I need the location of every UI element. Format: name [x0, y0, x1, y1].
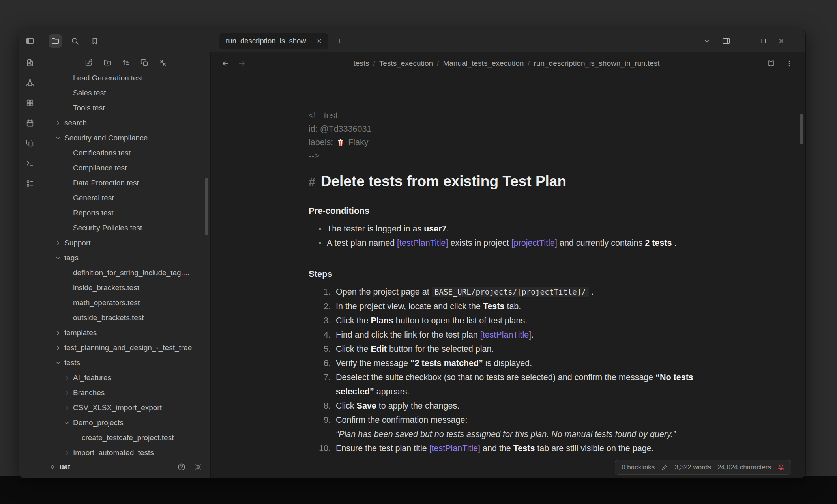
- file-explorer: Lead Generation.test Sales.test Tools.te…: [41, 52, 211, 478]
- list-item-number: 10.: [309, 441, 331, 455]
- help-button[interactable]: [177, 463, 186, 471]
- text-segment: tab are still visible on the page.: [535, 444, 653, 453]
- edit-mode-pencil-icon[interactable]: [661, 464, 668, 471]
- sidebar-scrollbar-thumb[interactable]: [205, 178, 208, 235]
- tree-item[interactable]: CSV_XLSX_import_export: [41, 400, 210, 415]
- breadcrumb-segment[interactable]: Manual_tests_execution: [443, 59, 524, 68]
- list-item-number: 9.: [309, 413, 331, 441]
- note-content: <!-- test id: @Td3336031 labels: Flaky -…: [309, 109, 703, 455]
- list-item-text: Deselect the suite checkbox (so that no …: [336, 370, 703, 399]
- files-view-button[interactable]: [49, 34, 62, 48]
- tree-item[interactable]: Security Policies.test: [41, 220, 210, 235]
- collapse-all-button[interactable]: [157, 57, 169, 69]
- sort-order-button[interactable]: [120, 57, 132, 69]
- toggle-right-sidebar-button[interactable]: [722, 37, 730, 45]
- search-view-button[interactable]: [68, 34, 82, 48]
- overlap-squares-button[interactable]: [139, 57, 150, 69]
- tree-item[interactable]: Lead Generation.test: [41, 73, 210, 86]
- new-note-button[interactable]: [83, 57, 95, 69]
- templates-icon[interactable]: [24, 137, 36, 149]
- tab-close-icon[interactable]: [314, 36, 324, 46]
- new-tab-button[interactable]: [334, 35, 346, 47]
- list-item: 5. Click the Edit button for the selecte…: [309, 342, 703, 356]
- tree-item[interactable]: Sales.test: [41, 86, 210, 101]
- calendar-icon[interactable]: [24, 117, 36, 129]
- internal-link[interactable]: [testPlanTitle]: [480, 330, 531, 340]
- breadcrumb-segment[interactable]: tests: [353, 59, 369, 68]
- character-count: 24,024 characters: [717, 463, 771, 471]
- comment-close: -->: [309, 149, 703, 162]
- internal-link[interactable]: [testPlanTitle]: [397, 238, 448, 248]
- list-item-text: Confirm the confirmation message:“Plan h…: [336, 413, 703, 441]
- tree-item[interactable]: outside_brackets.test: [41, 310, 210, 325]
- text-segment: .: [447, 224, 449, 233]
- tree-item-label: templates: [64, 329, 102, 337]
- tree-item-label: General.test: [73, 194, 120, 202]
- tree-item[interactable]: tags: [41, 250, 210, 265]
- tree-item[interactable]: test_planning_and_design_-_test_tree: [41, 340, 210, 355]
- tab-active[interactable]: run_description_is_show...: [219, 33, 328, 49]
- bell-off-icon[interactable]: [777, 464, 785, 471]
- bookmarks-view-button[interactable]: [88, 34, 101, 48]
- tree-item[interactable]: math_operators.test: [41, 295, 210, 310]
- backlinks-count[interactable]: 0 backlinks: [622, 463, 655, 471]
- tree-item[interactable]: Import_automated_tests: [41, 445, 210, 456]
- chevron-right-icon: [64, 420, 73, 426]
- close-button[interactable]: [778, 37, 785, 45]
- open-with-search-icon[interactable]: [24, 57, 36, 69]
- vault-switcher[interactable]: uat: [41, 456, 210, 478]
- new-folder-button[interactable]: [101, 57, 113, 69]
- list-item-number: 7.: [309, 370, 331, 399]
- chevron-right-icon: [55, 240, 64, 246]
- graph-view-icon[interactable]: [24, 77, 36, 89]
- tree-item[interactable]: definition_for_string_include_tag....: [41, 265, 210, 280]
- editor-scrollbar-thumb[interactable]: [800, 114, 803, 144]
- internal-link[interactable]: [projectTitle]: [511, 238, 557, 248]
- popcorn-emoji-icon: [336, 138, 345, 147]
- list-item-text: A test plan named [testPlanTitle] exists…: [327, 236, 703, 250]
- breadcrumb-segment[interactable]: Tests_execution: [379, 59, 433, 68]
- labels-prefix: labels:: [309, 136, 333, 149]
- chevron-right-icon: [64, 390, 73, 396]
- more-options-button[interactable]: [785, 59, 794, 68]
- tree-item[interactable]: Tools.test: [41, 101, 210, 116]
- label-text: Flaky: [348, 136, 368, 149]
- settings-button[interactable]: [194, 463, 202, 471]
- tab-list-button[interactable]: [704, 37, 711, 45]
- minimize-button[interactable]: [742, 37, 749, 45]
- tree-item[interactable]: search: [41, 116, 210, 131]
- text-segment: is displayed.: [483, 358, 532, 368]
- breadcrumb-segment[interactable]: run_description_is_shown_in_run.test: [534, 59, 660, 68]
- tree-item-label: Import_automated_tests: [73, 448, 159, 456]
- tree-item[interactable]: create_testcafe_project.test: [41, 430, 210, 445]
- tree-item[interactable]: tests: [41, 355, 210, 370]
- tree-item[interactable]: Security and Compliance: [41, 131, 210, 146]
- toggle-left-sidebar-button[interactable]: [23, 34, 37, 48]
- tree-item[interactable]: Branches: [41, 385, 210, 400]
- tree-item-label: Reports.test: [73, 209, 119, 217]
- reading-mode-button[interactable]: [767, 59, 775, 68]
- tree-item[interactable]: inside_brackets.test: [41, 280, 210, 295]
- tree-item[interactable]: AI_features: [41, 370, 210, 385]
- canvas-icon[interactable]: [24, 97, 36, 109]
- text-segment: .: [531, 330, 534, 340]
- back-button[interactable]: [221, 59, 230, 68]
- tree-item[interactable]: Reports.test: [41, 205, 210, 220]
- forward-button[interactable]: [238, 59, 246, 68]
- terminal-icon[interactable]: [24, 157, 36, 169]
- list-view-icon[interactable]: [24, 177, 36, 189]
- editor-body[interactable]: <!-- test id: @Td3336031 labels: Flaky -…: [211, 75, 805, 478]
- tree-item[interactable]: Support: [41, 235, 210, 250]
- maximize-button[interactable]: [760, 37, 767, 45]
- tree-item[interactable]: General.test: [41, 190, 210, 205]
- text-segment: “2 tests matched”: [410, 358, 483, 368]
- list-item-text: Click the Edit button for the selected p…: [336, 342, 703, 356]
- text-segment: Deselect the suite checkbox (so that no …: [336, 373, 655, 382]
- tree-item[interactable]: Data Protection.test: [41, 175, 210, 190]
- internal-link[interactable]: [testPlanTitle]: [429, 444, 480, 453]
- tree-item[interactable]: Compliance.test: [41, 161, 210, 175]
- tree-item[interactable]: Demo_projects: [41, 415, 210, 430]
- tree-item[interactable]: Certifications.test: [41, 146, 210, 161]
- heading-row: # Delete tests from existing Test Plan: [309, 173, 703, 190]
- tree-item[interactable]: templates: [41, 325, 210, 340]
